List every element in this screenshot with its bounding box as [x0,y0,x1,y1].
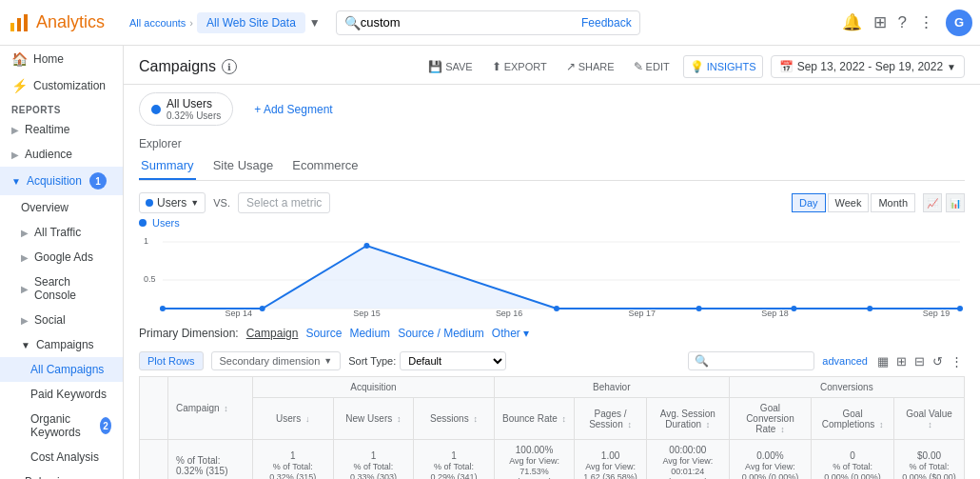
sidebar-item-social[interactable]: ▶ Social [0,308,123,332]
share-button[interactable]: ↗ SHARE [560,56,620,77]
sidebar-item-alltraffic[interactable]: ▶ All Traffic [0,220,123,245]
sidebar-item-realtime[interactable]: ▶ Realtime [0,117,123,142]
sidebar-item-organickeywords[interactable]: Organic Keywords 2 [0,407,123,445]
expand-icon6: ▶ [21,284,29,294]
edit-button[interactable]: ✎ EDIT [628,56,676,77]
breadcrumb-all-accounts[interactable]: All accounts [129,17,186,29]
sidebar-item-overview[interactable]: Overview [0,195,123,220]
apps-icon[interactable]: ⊞ [873,12,887,32]
sidebar-item-campaigns[interactable]: ▼ Campaigns [0,332,123,357]
table-search-input[interactable] [713,355,808,367]
svg-point-15 [867,306,872,311]
analytics-logo-icon [8,11,30,34]
chart-svg: 1 0.5 Sep 14 S [139,232,965,318]
sidebar-item-googleads[interactable]: ▶ Google Ads [0,245,123,269]
th-bounce-rate[interactable]: Bounce Rate ↕ [494,398,574,440]
dim-option-source-medium[interactable]: Source / Medium [398,327,484,340]
expand-icon: ▶ [11,125,19,135]
notifications-icon[interactable]: 🔔 [842,12,862,32]
bar-chart-icon[interactable]: 📊 [946,193,965,212]
sidebar-label-paidkeywords: Paid Keywords [30,388,107,401]
totals-value: $0.00% of Total: 0.00% ($0.00) [894,440,965,480]
more-vert-icon[interactable]: ⋮ [918,12,934,32]
th-goal-value[interactable]: Goal Value ↕ [894,398,965,440]
sidebar-label-googleads: Google Ads [34,250,93,264]
sidebar-label-organickeywords: Organic Keywords [30,412,92,439]
help-icon[interactable]: ? [898,13,907,32]
period-month-button[interactable]: Month [871,193,915,212]
tab-site-usage[interactable]: Site Usage [211,152,276,180]
insights-button[interactable]: 💡 INSIGHTS [683,55,763,78]
svg-point-9 [160,306,166,311]
th-conv-rate[interactable]: Goal Conversion Rate ↕ [729,398,811,440]
sidebar-item-searchconsole[interactable]: ▶ Search Console [0,269,123,308]
sidebar-item-behavior[interactable]: ▶ Behavior [0,469,123,479]
th-new-users[interactable]: New Users ↕ [333,398,414,440]
more-table-icon[interactable]: ⋮ [949,352,965,370]
breadcrumb: All accounts › All Web Site Data ▼ [129,12,321,33]
account-circle-icon[interactable]: G [946,10,972,36]
period-buttons: Day Week Month [792,193,915,212]
search-input[interactable] [361,15,578,30]
export-button[interactable]: ⬆ EXPORT [486,56,553,77]
dim-option-other[interactable]: Other ▾ [492,327,529,340]
date-range-picker[interactable]: 📅 Sep 13, 2022 - Sep 19, 2022 ▼ [771,55,965,78]
totals-row: % of Total: 0.32% (315) 1% of Total: 0.3… [140,440,965,480]
line-chart-icon[interactable]: 📈 [923,193,942,212]
tab-ecommerce[interactable]: Ecommerce [290,152,360,180]
totals-label: % of Total: 0.32% (315) [168,440,253,480]
add-segment-button[interactable]: + Add Segment [243,99,340,120]
sort-type-select[interactable]: Default Weighted Absolute change [400,351,506,370]
th-users[interactable]: Users ↓ [252,398,333,440]
tab-summary[interactable]: Summary [139,152,196,180]
feedback-link[interactable]: Feedback [581,16,632,30]
sort-pages-arrow: ↕ [628,420,633,429]
save-button[interactable]: 💾 SAVE [422,56,479,77]
sidebar-item-audience[interactable]: ▶ Audience [0,142,123,167]
export-label: EXPORT [504,61,547,72]
period-day-button[interactable]: Day [792,193,826,212]
search-icon: 🔍 [344,15,361,30]
plot-rows-button[interactable]: Plot Rows [139,351,204,370]
customization-icon: ⚡ [11,78,28,93]
sidebar-item-paidkeywords[interactable]: Paid Keywords [0,382,123,407]
dim-option-source[interactable]: Source [305,327,342,340]
period-week-button[interactable]: Week [828,193,870,212]
all-users-segment[interactable]: All Users 0.32% Users [139,92,233,126]
sidebar-item-customization[interactable]: ⚡ Customization [0,72,123,99]
page-title-row: Campaigns ℹ [139,58,237,75]
th-group-acquisition: Acquisition [252,377,494,398]
info-icon[interactable]: ℹ [222,59,237,74]
sidebar-label-home: Home [33,52,64,66]
content-actions: 💾 SAVE ⬆ EXPORT ↗ SHARE ✎ EDIT 💡 INS [422,55,965,78]
dim-option-medium[interactable]: Medium [349,327,390,340]
th-completions[interactable]: Goal Completions ↕ [812,398,894,440]
metric-selector[interactable]: Users ▼ [139,192,206,213]
pivot-icon[interactable]: ⊟ [912,352,927,370]
totals-sessions: 1% of Total: 0.29% (341) [414,440,495,480]
dropdown-icon[interactable]: ▼ [309,16,321,30]
grid-view-icon[interactable]: ▦ [875,352,891,370]
segment-percent: 0.32% Users [167,110,221,121]
search-table-icon: 🔍 [695,354,709,368]
totals-users: 1% of Total: 0.32% (315) [252,440,333,480]
lifetime-icon[interactable]: ↺ [931,352,945,370]
th-campaign[interactable]: Campaign ↕ [168,377,253,440]
th-pages-session[interactable]: Pages / Session ↕ [575,398,647,440]
sort-type-label: Sort Type: [348,355,396,367]
comparison-icon[interactable]: ⊞ [894,352,909,370]
svg-rect-0 [10,23,14,31]
metric-label: Users [157,196,186,210]
property-name[interactable]: All Web Site Data [197,12,305,33]
sidebar-item-home[interactable]: 🏠 Home [0,46,123,72]
dim-option-campaign[interactable]: Campaign [246,327,299,340]
advanced-link[interactable]: advanced [822,355,868,367]
sidebar-item-acquisition[interactable]: ▼ Acquisition 1 [0,167,123,195]
sidebar-item-costanalysis[interactable]: Cost Analysis [0,445,123,469]
sidebar-item-allcampaigns[interactable]: All Campaigns [0,357,123,382]
svg-text:1: 1 [144,236,148,246]
th-avg-duration[interactable]: Avg. Session Duration ↕ [646,398,729,440]
secondary-dimension-selector[interactable]: Secondary dimension ▼ [211,351,342,370]
select-metric-button[interactable]: Select a metric [238,192,330,213]
th-sessions[interactable]: Sessions ↕ [414,398,495,440]
